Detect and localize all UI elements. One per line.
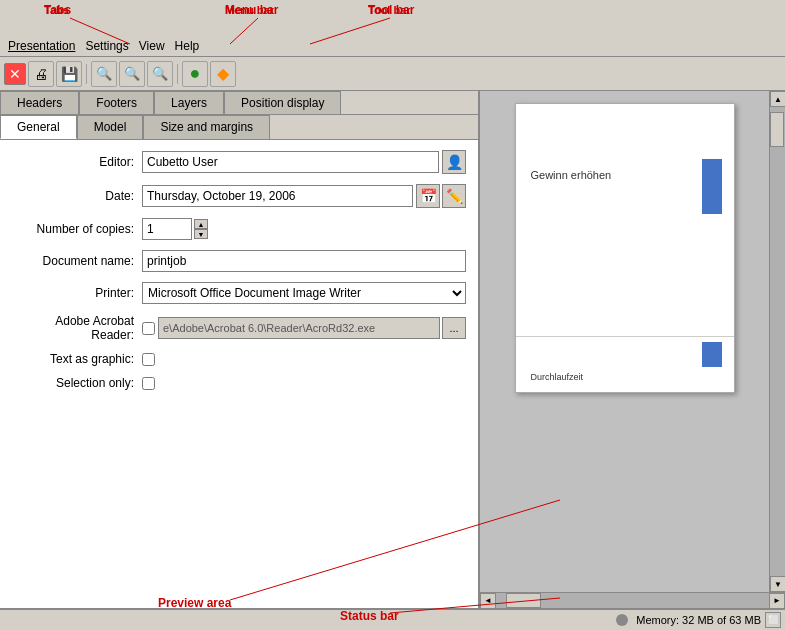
menubar-annotation: Menu bar xyxy=(225,4,274,16)
form-area: Editor: 👤 Date: 📅 ✏️ Number of copies: xyxy=(0,140,478,608)
editor-icon-button[interactable]: 👤 xyxy=(442,150,466,174)
zoom-out-button[interactable]: 🔍 xyxy=(91,61,117,87)
acrobat-path-input[interactable] xyxy=(158,317,440,339)
tab-position-display[interactable]: Position display xyxy=(224,91,341,114)
right-panel: Gewinn erhöhen Durchlaufzeit ▲ xyxy=(480,91,785,608)
docname-input[interactable] xyxy=(142,250,466,272)
scrollbar-thumb-h[interactable] xyxy=(506,593,541,608)
tab-size-margins[interactable]: Size and margins xyxy=(143,115,270,139)
editor-row: Editor: 👤 xyxy=(12,150,466,174)
scroll-up-button[interactable]: ▲ xyxy=(770,91,785,107)
vertical-scrollbar: ▲ ▼ xyxy=(769,91,785,592)
copies-row: Number of copies: ▲ ▼ xyxy=(12,218,466,240)
toolbar: ✕ 🖨 💾 🔍 🔍 🔍 ● ◆ xyxy=(0,57,785,91)
selection-only-row: Selection only: xyxy=(12,376,466,390)
scroll-left-button[interactable]: ◄ xyxy=(480,593,496,609)
menu-bar: Presentation Settings View Help xyxy=(0,35,785,57)
scrollbar-thumb-v[interactable] xyxy=(770,112,784,147)
tab-model[interactable]: Model xyxy=(77,115,144,139)
preview-scroll-area: Gewinn erhöhen Durchlaufzeit ▲ xyxy=(480,91,785,592)
zoom-in-button[interactable]: 🔍 xyxy=(147,61,173,87)
copies-spinner: ▲ ▼ xyxy=(142,218,208,240)
run-icon: ● xyxy=(190,63,201,84)
acrobat-checkbox[interactable] xyxy=(142,322,155,335)
scroll-right-button[interactable]: ► xyxy=(769,593,785,609)
acrobat-row: Adobe Acrobat Reader: ... xyxy=(12,314,466,342)
acrobat-browse-button[interactable]: ... xyxy=(442,317,466,339)
scrollbar-track-h[interactable] xyxy=(496,593,769,608)
copies-input[interactable] xyxy=(142,218,192,240)
stop-icon: ◆ xyxy=(217,64,229,83)
close-button[interactable]: ✕ xyxy=(4,63,26,85)
printer-label: Printer: xyxy=(12,286,142,300)
tab-footers[interactable]: Footers xyxy=(79,91,154,114)
text-graphic-checkbox[interactable] xyxy=(142,353,155,366)
run-button[interactable]: ● xyxy=(182,61,208,87)
zoom-icon: 🔍 xyxy=(124,66,140,81)
spin-buttons: ▲ ▼ xyxy=(194,219,208,239)
scroll-down-button[interactable]: ▼ xyxy=(770,576,785,592)
editor-input[interactable] xyxy=(142,151,439,173)
menu-view[interactable]: View xyxy=(135,38,169,54)
slide-text: Gewinn erhöhen xyxy=(531,169,612,181)
toolbar-annotation: Tool bar xyxy=(368,4,411,16)
date-input[interactable] xyxy=(142,185,413,207)
save-button[interactable]: 💾 xyxy=(56,61,82,87)
text-graphic-row: Text as graphic: xyxy=(12,352,466,366)
editor-label: Editor: xyxy=(12,155,142,169)
status-icon-button[interactable]: ⬜ xyxy=(765,612,781,628)
slide-divider xyxy=(516,336,734,337)
scrollbar-track-v[interactable] xyxy=(770,107,785,576)
printer-select[interactable]: Microsoft Office Document Image Writer xyxy=(142,282,466,304)
preview-content: Gewinn erhöhen Durchlaufzeit xyxy=(480,91,769,592)
tabs-annotation: Tabs xyxy=(44,4,69,16)
menu-help[interactable]: Help xyxy=(171,38,204,54)
status-circle xyxy=(616,614,628,626)
slide-bar-bottom xyxy=(702,342,722,367)
slide-bar-top xyxy=(702,159,722,214)
docname-label: Document name: xyxy=(12,254,142,268)
date-row: Date: 📅 ✏️ xyxy=(12,184,466,208)
text-graphic-label: Text as graphic: xyxy=(12,352,142,366)
menu-presentation[interactable]: Presentation xyxy=(4,38,79,54)
printer-row: Printer: Microsoft Office Document Image… xyxy=(12,282,466,304)
tab-headers[interactable]: Headers xyxy=(0,91,79,114)
slide-bottom-text: Durchlaufzeit xyxy=(531,372,584,382)
tab-general[interactable]: General xyxy=(0,115,77,139)
print-button[interactable]: 🖨 xyxy=(28,61,54,87)
selection-only-checkbox[interactable] xyxy=(142,377,155,390)
tabs-row2: General Model Size and margins xyxy=(0,115,478,140)
zoom-out-icon: 🔍 xyxy=(96,66,112,81)
docname-row: Document name: xyxy=(12,250,466,272)
menu-settings[interactable]: Settings xyxy=(81,38,132,54)
status-bar: Memory: 32 MB of 63 MB ⬜ xyxy=(0,608,785,630)
calendar-button[interactable]: 📅 xyxy=(416,184,440,208)
copies-increment[interactable]: ▲ xyxy=(194,219,208,229)
date-label: Date: xyxy=(12,189,142,203)
preview-slide: Gewinn erhöhen Durchlaufzeit xyxy=(515,103,735,393)
selection-only-label: Selection only: xyxy=(12,376,142,390)
toolbar-separator-2 xyxy=(177,64,178,84)
toolbar-separator-1 xyxy=(86,64,87,84)
tabs-row1: Headers Footers Layers Position display xyxy=(0,91,478,115)
edit-date-button[interactable]: ✏️ xyxy=(442,184,466,208)
copies-label: Number of copies: xyxy=(12,222,142,236)
memory-status: Memory: 32 MB of 63 MB xyxy=(636,614,761,626)
acrobat-label: Adobe Acrobat Reader: xyxy=(12,314,142,342)
horizontal-scrollbar: ◄ ► xyxy=(480,592,785,608)
left-panel: Headers Footers Layers Position display … xyxy=(0,91,480,608)
tab-layers[interactable]: Layers xyxy=(154,91,224,114)
copies-decrement[interactable]: ▼ xyxy=(194,229,208,239)
zoom-in-icon: 🔍 xyxy=(152,66,168,81)
zoom-button[interactable]: 🔍 xyxy=(119,61,145,87)
stop-button[interactable]: ◆ xyxy=(210,61,236,87)
